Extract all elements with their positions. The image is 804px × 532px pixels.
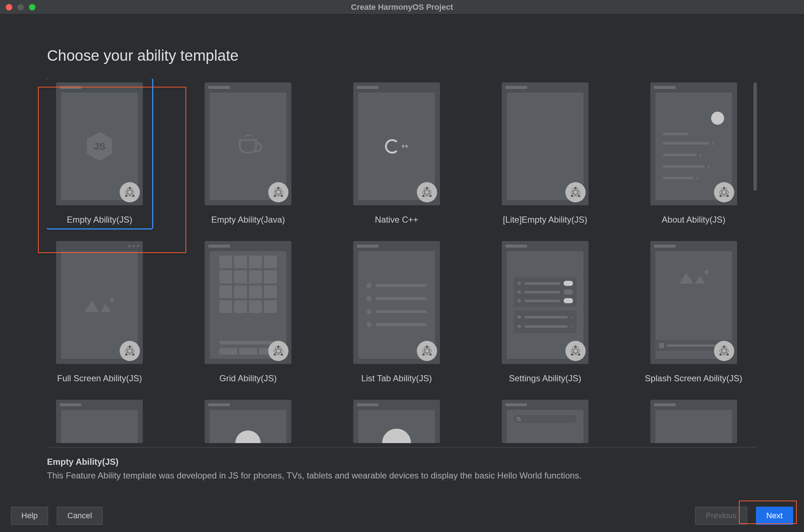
atom-icon [417, 182, 437, 202]
window-controls [6, 4, 35, 10]
grid-icon [219, 256, 277, 313]
atom-icon [268, 341, 288, 361]
template-card-partial[interactable] [344, 396, 449, 447]
scrollbar[interactable] [753, 82, 757, 198]
atom-icon [714, 182, 734, 202]
template-card-settings-js[interactable]: › › Settings Ability(JS) [492, 237, 598, 387]
previous-button: Previous [695, 507, 747, 525]
template-label: [Lite]Empty Ability(JS) [503, 215, 587, 225]
template-label: Empty Ability(Java) [211, 215, 285, 225]
template-label: Full Screen Ability(JS) [57, 373, 142, 383]
template-card-lite-empty-js[interactable]: [Lite]Empty Ability(JS) [492, 79, 598, 228]
template-label: About Ability(JS) [662, 215, 726, 225]
avatar-icon [382, 429, 411, 443]
page-heading: Choose your ability template [47, 47, 757, 64]
next-button[interactable]: Next [756, 507, 793, 525]
template-label: Splash Screen Ability(JS) [645, 373, 742, 383]
atom-icon [417, 341, 437, 361]
template-card-fullscreen-js[interactable]: Full Screen Ability(JS) [47, 237, 152, 387]
search-icon [514, 415, 577, 423]
atom-icon [120, 182, 140, 202]
cancel-button[interactable]: Cancel [57, 507, 102, 525]
coffee-icon [239, 139, 257, 154]
template-label: Native C++ [375, 215, 418, 225]
about-preview-icon: › › › › [663, 112, 724, 181]
titlebar: Create HarmonyOS Project [0, 0, 804, 14]
template-label: List Tab Ability(JS) [361, 373, 432, 383]
atom-icon [565, 341, 586, 361]
window-title: Create HarmonyOS Project [0, 3, 804, 12]
template-label: Settings Ability(JS) [509, 373, 581, 383]
cpp-icon: ++ [385, 139, 408, 154]
settings-icon: › › [514, 277, 577, 333]
template-card-splash-js[interactable]: Splash Screen Ability(JS) [641, 237, 746, 387]
wizard-content: Choose your ability template JS Empty Ab… [0, 14, 804, 455]
maximize-icon[interactable] [29, 4, 35, 10]
scrollbar-thumb[interactable] [753, 82, 757, 191]
image-placeholder-icon [85, 298, 114, 312]
close-icon[interactable] [6, 4, 12, 10]
minimize-icon[interactable] [17, 4, 24, 10]
js-icon: JS [87, 132, 112, 161]
template-label: Empty Ability(JS) [67, 215, 132, 225]
half-circle-icon [235, 430, 261, 443]
template-card-grid-js[interactable]: Grid Ability(JS) [196, 237, 301, 387]
description-text: This Feature Ability template was develo… [47, 471, 757, 481]
atom-icon [565, 182, 586, 202]
atom-icon [120, 341, 140, 361]
atom-icon [714, 341, 734, 361]
list-icon [367, 283, 426, 327]
splash-icon [655, 259, 732, 351]
template-card-partial[interactable] [492, 396, 598, 447]
template-card-empty-java[interactable]: Empty Ability(Java) [196, 79, 301, 228]
atom-icon [268, 182, 288, 202]
template-card-partial[interactable] [641, 396, 746, 447]
template-description: Empty Ability(JS) This Feature Ability t… [47, 448, 757, 481]
template-gallery: JS Empty Ability(JS) Empty Ability(Java)… [47, 79, 746, 447]
template-card-list-tab-js[interactable]: List Tab Ability(JS) [344, 237, 449, 387]
wizard-footer: Help Cancel Previous Next [0, 499, 804, 532]
help-button[interactable]: Help [11, 507, 48, 525]
template-card-native-cpp[interactable]: ++ Native C++ [344, 79, 449, 228]
template-card-about-js[interactable]: › › › › About Ability(JS) [641, 79, 746, 228]
template-card-partial[interactable] [47, 396, 152, 447]
template-card-partial[interactable] [196, 396, 301, 447]
template-label: Grid Ability(JS) [219, 373, 277, 383]
template-card-empty-js[interactable]: JS Empty Ability(JS) [47, 79, 152, 228]
description-title: Empty Ability(JS) [47, 457, 757, 467]
